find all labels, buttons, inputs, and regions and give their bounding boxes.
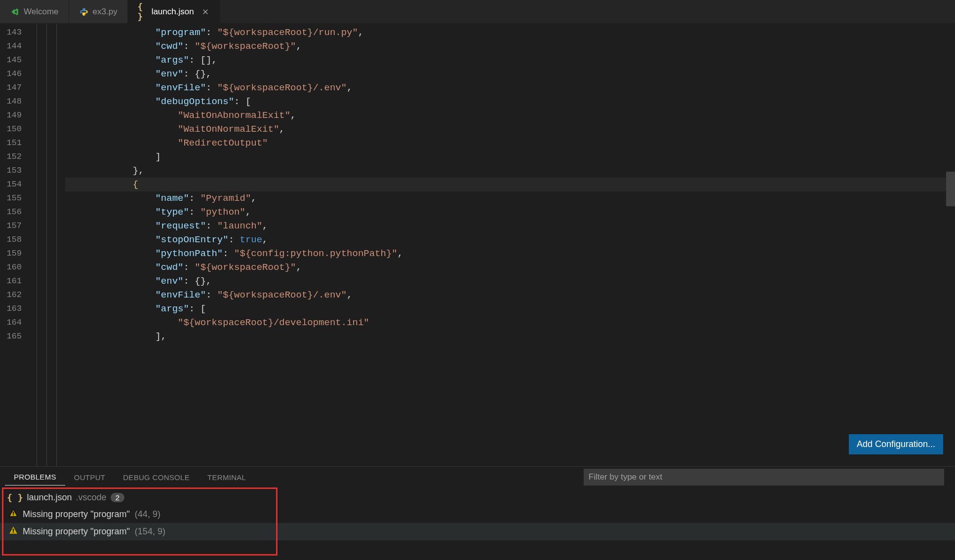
filter-input[interactable] (584, 469, 944, 485)
fold-gutter (31, 24, 60, 466)
code-content[interactable]: "program": "${workspaceRoot}/run.py", "c… (60, 24, 955, 466)
problem-location: (154, 9) (135, 526, 165, 537)
panel-tab-problems[interactable]: PROBLEMS (5, 469, 65, 485)
editor-scrollbar[interactable] (946, 24, 955, 466)
tab-welcome[interactable]: Welcome (0, 0, 69, 23)
line-number-gutter: 1431441451461471481491501511521531541551… (0, 24, 31, 466)
problem-count-badge: 2 (111, 493, 124, 502)
tab-ex3[interactable]: ex3.py (69, 0, 128, 23)
panel-tab-debug-console[interactable]: DEBUG CONSOLE (114, 469, 199, 485)
editor-tabs: Welcome ex3.py { } launch.json (0, 0, 955, 24)
panel-tab-output[interactable]: OUTPUT (65, 469, 114, 485)
tab-label: ex3.py (93, 7, 118, 17)
problem-folder-name: .vscode (76, 492, 107, 503)
bottom-panel: PROBLEMS OUTPUT DEBUG CONSOLE TERMINAL {… (0, 466, 955, 560)
warning-icon (9, 509, 18, 520)
problem-message: Missing property "program" (23, 509, 130, 520)
problems-list: { } launch.json .vscode 2 Missing proper… (0, 487, 955, 560)
json-icon: { } (138, 7, 148, 17)
add-configuration-button[interactable]: Add Configuration... (849, 434, 943, 454)
panel-tab-terminal[interactable]: TERMINAL (199, 469, 255, 485)
json-icon: { } (7, 492, 23, 503)
tab-label: Welcome (24, 7, 59, 17)
tab-launch-json[interactable]: { } launch.json (128, 0, 220, 23)
close-icon[interactable] (201, 7, 210, 16)
python-icon (79, 7, 89, 17)
vscode-icon (10, 7, 20, 17)
warning-icon (9, 526, 18, 537)
problem-message: Missing property "program" (23, 526, 130, 537)
panel-tabs: PROBLEMS OUTPUT DEBUG CONSOLE TERMINAL (0, 467, 955, 487)
code-editor[interactable]: 1431441451461471481491501511521531541551… (0, 24, 955, 466)
problem-item[interactable]: Missing property "program" (154, 9) (0, 523, 955, 540)
tab-label: launch.json (152, 7, 194, 17)
problem-location: (44, 9) (135, 509, 160, 520)
problem-file-name: launch.json (27, 492, 72, 503)
problems-filter (584, 469, 944, 485)
problem-item[interactable]: Missing property "program" (44, 9) (0, 506, 955, 523)
scrollbar-thumb[interactable] (946, 172, 955, 206)
problem-file-group[interactable]: { } launch.json .vscode 2 (0, 489, 955, 506)
